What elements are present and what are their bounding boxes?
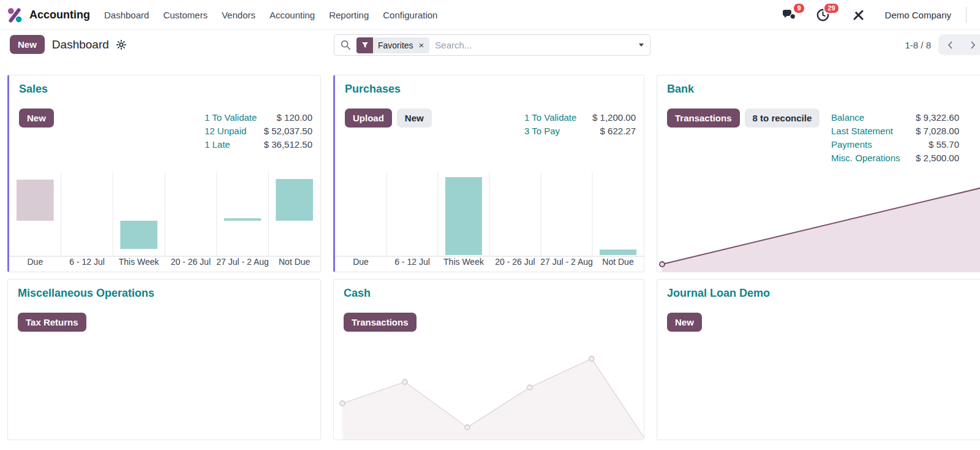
stat-value: $ 1,200.00 xyxy=(592,111,636,124)
gear-icon[interactable] xyxy=(116,40,126,50)
svg-text:27 Jul - 2 Aug: 27 Jul - 2 Aug xyxy=(540,257,593,267)
search-bar[interactable]: Favorites × Search... xyxy=(334,34,650,56)
bank-last-statement-link[interactable]: Last Statement xyxy=(831,124,893,138)
facet-label: Favorites xyxy=(373,40,418,50)
svg-text:This Week: This Week xyxy=(119,257,160,267)
purchases-card-title[interactable]: Purchases xyxy=(345,83,401,96)
stat-value: $ 2,500.00 xyxy=(916,151,959,165)
svg-text:Due: Due xyxy=(27,257,43,267)
pager: 1-8 / 8 xyxy=(905,34,980,55)
misc-card-title[interactable]: Miscellaneous Operations xyxy=(18,287,154,300)
stat-value: $ 120.00 xyxy=(277,111,312,124)
activities-badge: 29 xyxy=(823,2,839,14)
sales-card: Due6 - 12 JulThis Week20 - 26 Jul27 Jul … xyxy=(7,75,321,272)
search-placeholder: Search... xyxy=(435,40,472,50)
sales-chart[interactable]: Due6 - 12 JulThis Week20 - 26 Jul27 Jul … xyxy=(9,75,320,270)
bank-transactions-button[interactable]: Transactions xyxy=(667,109,740,128)
facet-remove-icon[interactable]: × xyxy=(418,40,430,50)
sales-to-validate-link[interactable]: 1 To Validate xyxy=(205,111,257,124)
tax-returns-button[interactable]: Tax Returns xyxy=(18,313,86,332)
cash-card-title[interactable]: Cash xyxy=(344,287,371,300)
menu-item-configuration[interactable]: Configuration xyxy=(383,10,437,20)
bank-card-title[interactable]: Bank xyxy=(667,83,694,96)
activities-button[interactable]: 29 xyxy=(815,7,831,23)
svg-text:Not Due: Not Due xyxy=(602,257,634,267)
cash-card: Cash Transactions xyxy=(333,279,644,440)
loan-card-title[interactable]: Journal Loan Demo xyxy=(667,287,770,300)
journal-loan-demo-card: Journal Loan Demo New xyxy=(657,279,980,440)
accounting-dashboard: Accounting Dashboard Customers Vendors A… xyxy=(0,0,980,450)
menu-item-reporting[interactable]: Reporting xyxy=(329,10,369,20)
stat-value: $ 9,322.60 xyxy=(916,111,959,124)
search-icon xyxy=(341,40,351,50)
app-switcher[interactable]: Accounting xyxy=(6,6,90,23)
bank-misc-operations-link[interactable]: Misc. Operations xyxy=(831,151,900,165)
loan-new-button[interactable]: New xyxy=(667,313,702,332)
messages-badge: 9 xyxy=(793,2,805,14)
main-menu: Dashboard Customers Vendors Accounting R… xyxy=(104,10,437,20)
stat-value: $ 52,037.50 xyxy=(264,124,312,138)
stat-row: 1 To Validate $ 120.00 xyxy=(205,111,312,124)
svg-text:20 - 26 Jul: 20 - 26 Jul xyxy=(171,257,211,267)
sales-card-title[interactable]: Sales xyxy=(19,83,48,96)
stat-row: Payments $ 55.70 xyxy=(831,138,959,151)
bank-stats: Balance $ 9,322.60 Last Statement $ 7,02… xyxy=(831,111,959,165)
stat-value: $ 36,512.50 xyxy=(264,138,312,151)
purchases-stats: 1 To Validate $ 1,200.00 3 To Pay $ 622.… xyxy=(524,111,636,138)
purchases-to-pay-link[interactable]: 3 To Pay xyxy=(524,124,560,138)
bank-chart[interactable] xyxy=(657,75,980,272)
svg-text:Due: Due xyxy=(353,257,369,267)
search-dropdown-icon[interactable] xyxy=(639,44,644,47)
top-navbar: Accounting Dashboard Customers Vendors A… xyxy=(0,0,980,30)
stat-row: 1 Late $ 36,512.50 xyxy=(205,138,312,151)
purchases-chart[interactable]: Due6 - 12 JulThis Week20 - 26 Jul27 Jul … xyxy=(335,75,644,270)
purchases-upload-button[interactable]: Upload xyxy=(345,109,392,128)
bank-card: Bank Transactions 8 to reconcile Balance… xyxy=(657,75,980,272)
purchases-new-button[interactable]: New xyxy=(397,109,432,128)
control-panel: New Dashboard xyxy=(0,29,980,61)
bank-reconcile-button[interactable]: 8 to reconcile xyxy=(745,109,820,128)
pager-prev-button[interactable] xyxy=(938,34,962,55)
stat-row: Misc. Operations $ 2,500.00 xyxy=(831,151,959,165)
svg-text:This Week: This Week xyxy=(443,257,484,267)
topbar-separator xyxy=(966,7,967,23)
pager-next-button[interactable] xyxy=(962,34,980,55)
svg-text:Not Due: Not Due xyxy=(279,257,311,267)
stat-row: Balance $ 9,322.60 xyxy=(831,111,959,124)
accounting-app-logo-icon xyxy=(6,6,23,23)
pager-value[interactable]: 1-8 / 8 xyxy=(905,40,931,50)
messages-button[interactable]: 9 xyxy=(781,7,797,23)
stat-row: 12 Unpaid $ 52,037.50 xyxy=(205,124,312,138)
sales-late-link[interactable]: 1 Late xyxy=(205,138,230,151)
cash-chart[interactable] xyxy=(334,280,644,440)
debug-tools-button[interactable] xyxy=(851,7,867,23)
menu-item-customers[interactable]: Customers xyxy=(163,10,208,20)
stat-value: $ 55.70 xyxy=(929,138,959,151)
miscellaneous-operations-card: Miscellaneous Operations Tax Returns xyxy=(7,279,321,440)
bank-balance-link[interactable]: Balance xyxy=(831,111,864,124)
cash-transactions-button[interactable]: Transactions xyxy=(344,313,417,332)
sales-new-button[interactable]: New xyxy=(19,109,54,128)
tools-icon xyxy=(852,9,865,21)
filter-icon xyxy=(356,37,373,53)
purchases-to-validate-link[interactable]: 1 To Validate xyxy=(524,111,576,124)
menu-item-dashboard[interactable]: Dashboard xyxy=(104,10,149,20)
stat-value: $ 7,028.00 xyxy=(916,124,959,138)
breadcrumb-title: Dashboard xyxy=(52,38,109,51)
new-button[interactable]: New xyxy=(10,35,45,54)
stat-row: 3 To Pay $ 622.27 xyxy=(524,124,636,138)
svg-text:6 - 12 Jul: 6 - 12 Jul xyxy=(69,257,105,267)
company-name[interactable]: Demo Company xyxy=(885,10,951,20)
svg-text:20 - 26 Jul: 20 - 26 Jul xyxy=(495,257,535,267)
menu-item-accounting[interactable]: Accounting xyxy=(270,10,315,20)
stat-value: $ 622.27 xyxy=(600,124,636,138)
stat-row: Last Statement $ 7,028.00 xyxy=(831,124,959,138)
purchases-card: Due6 - 12 JulThis Week20 - 26 Jul27 Jul … xyxy=(333,75,644,272)
menu-item-vendors[interactable]: Vendors xyxy=(222,10,255,20)
filter-facet[interactable]: Favorites × xyxy=(356,37,429,53)
topbar-right: 9 29 Demo Company xyxy=(781,0,980,29)
app-name[interactable]: Accounting xyxy=(29,9,90,21)
bank-payments-link[interactable]: Payments xyxy=(831,138,872,151)
sales-stats: 1 To Validate $ 120.00 12 Unpaid $ 52,03… xyxy=(205,111,312,151)
sales-unpaid-link[interactable]: 12 Unpaid xyxy=(205,124,246,138)
